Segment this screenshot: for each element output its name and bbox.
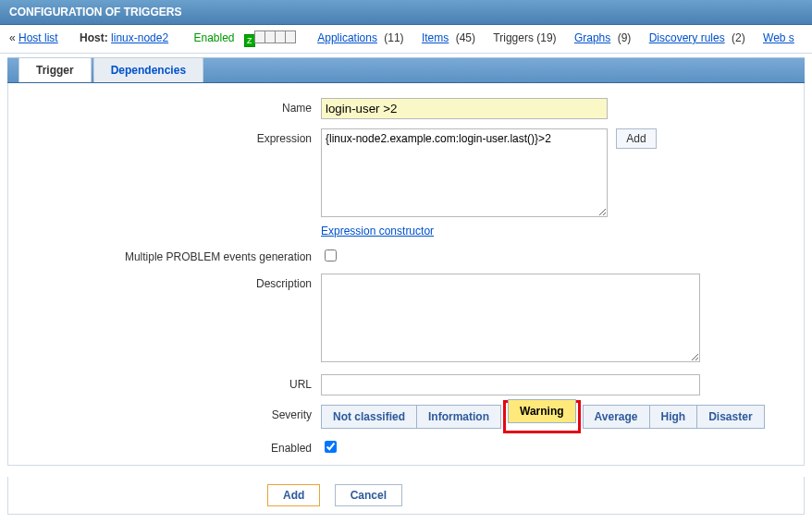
multiple-problem-checkbox[interactable] [325, 249, 337, 262]
triggers-label: Triggers [493, 31, 534, 44]
severity-average[interactable]: Average [583, 405, 650, 429]
web-link[interactable]: Web s [763, 31, 794, 44]
discovery-link[interactable]: Discovery rules [649, 31, 725, 44]
add-button[interactable]: Add [267, 484, 320, 506]
page-title-bar: CONFIGURATION OF TRIGGERS [0, 0, 812, 25]
name-input[interactable] [321, 98, 608, 119]
cancel-button[interactable]: Cancel [335, 484, 402, 506]
enabled-checkbox[interactable] [325, 441, 337, 453]
severity-warning-highlight: Warning [503, 400, 581, 433]
host-list-link[interactable]: Host list [18, 31, 58, 44]
expression-textarea[interactable]: {linux-node2.example.com:login-user.last… [321, 128, 608, 217]
name-label: Name [25, 98, 321, 115]
tab-dependencies[interactable]: Dependencies [93, 57, 203, 82]
items-count: (45) [456, 31, 475, 44]
severity-not-classified[interactable]: Not classified [321, 405, 417, 429]
description-textarea[interactable] [321, 274, 700, 362]
severity-label: Severity [25, 405, 321, 421]
url-input[interactable] [321, 374, 700, 395]
triggers-count: (19) [536, 31, 556, 44]
other-icon [285, 30, 296, 43]
expression-add-button[interactable]: Add [616, 128, 656, 149]
applications-link[interactable]: Applications [317, 31, 377, 44]
graphs-count: (9) [618, 31, 632, 44]
severity-disaster[interactable]: Disaster [697, 405, 764, 429]
url-label: URL [25, 374, 321, 391]
expression-label: Expression [25, 128, 321, 145]
severity-high[interactable]: High [650, 405, 698, 429]
severity-warning[interactable]: Warning [508, 399, 576, 423]
expression-constructor-link[interactable]: Expression constructor [321, 225, 434, 237]
footer-bar: Add Cancel [7, 477, 805, 515]
form-area: Name Expression {linux-node2.example.com… [7, 83, 805, 466]
host-label: Host: [80, 31, 108, 44]
enabled-label: Enabled [25, 438, 321, 455]
status-enabled: Enabled [193, 31, 234, 44]
discovery-count: (2) [732, 31, 745, 44]
back-marker: « [9, 31, 16, 44]
severity-group: Not classified Information Warning Avera… [321, 405, 765, 429]
multiple-problem-label: Multiple PROBLEM events generation [25, 247, 321, 263]
page-title: CONFIGURATION OF TRIGGERS [9, 6, 181, 18]
items-link[interactable]: Items [422, 31, 449, 44]
description-label: Description [25, 274, 321, 290]
tabs-bar: Trigger Dependencies [7, 57, 805, 83]
breadcrumb: « Host list Host: linux-node2 Enabled Z … [0, 25, 812, 54]
graphs-link[interactable]: Graphs [574, 31, 610, 44]
availability-indicator: Z [245, 30, 296, 47]
severity-information[interactable]: Information [417, 405, 501, 429]
host-name-link[interactable]: linux-node2 [111, 31, 168, 44]
applications-count: (11) [384, 31, 403, 44]
tab-trigger[interactable]: Trigger [18, 57, 92, 82]
